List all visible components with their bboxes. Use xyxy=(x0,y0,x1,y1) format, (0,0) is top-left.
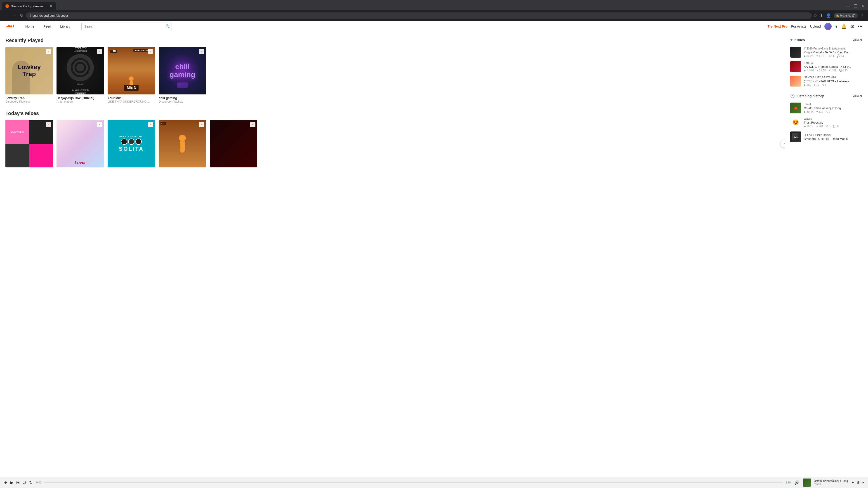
plays-stat-karol: ▶ 1.48M xyxy=(804,69,814,72)
svg-rect-3 xyxy=(183,85,185,86)
todays-mixes-title: Today's Mixes xyxy=(5,110,785,116)
history-view-all[interactable]: View all xyxy=(852,94,863,98)
player-progress: 0:00 2:39 xyxy=(36,481,791,484)
track-artist-purge: © 2020 Purge Gang Entertainment xyxy=(804,47,863,50)
sidebar-history-mikoll[interactable]: 🍁 mikoll Ostatni dzień wakacji z Tobą ▶ … xyxy=(790,101,863,115)
profile-icon[interactable]: 👤 xyxy=(826,13,831,18)
search-icon[interactable]: 🔍 xyxy=(165,24,170,29)
close-window-button[interactable]: ✕ xyxy=(861,4,864,8)
nav-feed[interactable]: Feed xyxy=(40,23,55,30)
download-icon[interactable]: ⬇ xyxy=(820,13,823,18)
card-soundcloud-badge-mix3: ≋ xyxy=(148,49,153,54)
todays-mixes-next-button[interactable]: › xyxy=(780,140,785,148)
player-track-title: Ostatni dzień wakacji z Tobą xyxy=(814,480,848,483)
card-sub-mix3: LIKE THAT UNDERGROUND ... xyxy=(107,100,155,103)
track-info-nektar: NEKTAR.UFO.BEATS.816 (FREE) NEKTAR.UFO! … xyxy=(804,76,863,87)
search-input[interactable] xyxy=(81,23,172,30)
player-next-button[interactable]: ⏭ xyxy=(16,480,20,485)
notifications-icon[interactable]: 🔔 xyxy=(841,24,847,29)
sidebar-history-djlex[interactable]: DJL Dj LeX & Ciske Official Brasbère Ft.… xyxy=(790,130,863,144)
player-track-thumb xyxy=(803,479,811,487)
maximize-button[interactable]: ❐ xyxy=(854,4,857,8)
player-add-to-next-icon[interactable]: ⊕ xyxy=(857,480,860,485)
minimize-button[interactable]: — xyxy=(846,4,850,8)
recently-played-cards: LowkeyTrap ≋ Lowkey Trap Discovery Playl… xyxy=(5,47,785,103)
sidebar-history-wavey[interactable]: 😍 Wavey Trust Freestyle ▶ 29.1K ♥ 281 ⟲ … xyxy=(790,115,863,130)
card-overlay-2: ≋ xyxy=(97,122,102,127)
player-track-artist: mikoll xyxy=(814,483,848,486)
upload-button[interactable]: Upload xyxy=(810,24,821,28)
extensions-icon[interactable]: ⋮ xyxy=(860,13,864,18)
heart-icon: ♥ xyxy=(790,37,793,42)
sidebar-track-purge[interactable]: © 2020 Purge Gang Entertainment King K G… xyxy=(790,45,863,59)
window-controls: — ❐ ✕ xyxy=(844,2,866,10)
track-info-djlex2: Dj LeX & Ciske Official Brasbère Ft. Dj … xyxy=(804,133,863,140)
player-repeat-button[interactable]: ↻ xyxy=(29,480,33,485)
soundcloud-mini-icon-2: ≋ xyxy=(97,49,102,54)
progress-bar[interactable] xyxy=(44,482,782,483)
nav-home[interactable]: Home xyxy=(22,23,38,30)
main-nav: Home Feed Library xyxy=(22,23,74,30)
reload-button[interactable]: ↻ xyxy=(19,12,24,19)
try-next-pro-button[interactable]: Try Next Pro xyxy=(768,24,787,28)
ltu-badge: LTU xyxy=(110,50,117,53)
new-tab-button[interactable]: + xyxy=(57,3,63,10)
nav-library[interactable]: Library xyxy=(57,23,74,30)
todays-mix-card-3[interactable]: HEAR THE MUSIC SOLITA ≋ xyxy=(107,120,155,167)
todays-mix-card-4[interactable]: LTU ≋ xyxy=(159,120,206,167)
history-header: 🕐 Listening history View all xyxy=(790,94,863,98)
messages-icon[interactable]: ✉ xyxy=(850,24,854,29)
tab-close-button[interactable]: ✕ xyxy=(50,4,53,8)
player-right-controls: ♥ ⊕ ≡ xyxy=(852,480,864,485)
card-title-mix3: Your Mix 3 xyxy=(107,96,155,100)
card-soundcloud-badge-lowkey: ≋ xyxy=(46,49,51,54)
sidebar-track-nektar[interactable]: NEKTAR.UFO.BEATS.816 (FREE) NEKTAR.UFO! … xyxy=(790,74,863,88)
player-volume-icon[interactable]: 🔊 xyxy=(794,480,799,485)
track-stats-wavey: ▶ 29.1K ♥ 281 ⟲ 6 💬 6 xyxy=(804,125,863,128)
player-queue-icon[interactable]: ≡ xyxy=(862,481,864,485)
player-prev-button[interactable]: ⏮ xyxy=(4,480,8,485)
user-avatar[interactable] xyxy=(825,23,832,30)
soundcloud-mini-icon-3: ≋ xyxy=(148,49,153,54)
lowkey-trap-text: LowkeyTrap xyxy=(18,64,41,78)
player-like-icon[interactable]: ♥ xyxy=(852,481,854,485)
tab-title: Discover the top streamed mus... xyxy=(11,4,48,8)
back-button[interactable]: ← xyxy=(4,12,9,19)
address-bar[interactable]: ℹ soundcloud.com/discover xyxy=(26,12,812,19)
card-djgijs[interactable]: Deejay-Gijs Cox (Official) gijscox DJ LE… xyxy=(57,47,104,103)
current-time: 0:00 xyxy=(36,481,41,484)
player-shuffle-button[interactable]: ⇄ xyxy=(23,480,26,485)
card-lowkey-trap[interactable]: LowkeyTrap ≋ Lowkey Trap Discovery Playl… xyxy=(5,47,53,103)
card-thumb-chill: chillgaming ≋ xyxy=(159,47,206,94)
player-controls: ⏮ ▶ ⏭ ⇄ ↻ xyxy=(4,480,33,485)
active-tab[interactable]: Discover the top streamed mus... ✕ xyxy=(2,2,56,10)
track-stats-karol: ▶ 1.48M ♥ 21.5K ⟲ 429 💬 293 xyxy=(804,69,863,72)
likes-view-all[interactable]: View all xyxy=(852,38,863,41)
track-info-purge: © 2020 Purge Gang Entertainment King K G… xyxy=(804,47,863,58)
likes-section: ♥ 5 likes View all © 2020 Purge Gang Ent… xyxy=(790,37,863,88)
card-your-mix-3[interactable]: LTU Mix 3 TONY H & SNAVE xyxy=(107,47,155,103)
card-overlay-5: ≋ xyxy=(250,122,255,127)
soundcloud-logo-icon xyxy=(5,24,14,29)
forward-button[interactable]: → xyxy=(11,12,17,19)
todays-mix-card-2[interactable]: Lover ≋ xyxy=(57,120,104,167)
likes-stat-mikoll: ♥ 112 xyxy=(816,110,823,113)
track-title-purge: King K Global x Te Dai' x Yung De... xyxy=(804,51,863,54)
todays-mix-card-1[interactable]: LIL WAYNE IV ≋ xyxy=(5,120,53,167)
sidebar-track-karol[interactable]: Karol G KAROL G, Romeo Santos - X SI V..… xyxy=(790,59,863,74)
for-artists-link[interactable]: For Artists xyxy=(791,24,807,28)
todays-mix-card-5[interactable]: ≋ xyxy=(210,120,257,167)
soundcloud-logo[interactable] xyxy=(5,24,14,29)
search-wrap: 🔍 xyxy=(81,23,172,30)
card-chill-gaming[interactable]: chillgaming ≋ chill gaming Discovery Pla… xyxy=(159,47,206,103)
card-sub-lowkey: Discovery Playlists xyxy=(5,100,53,103)
mix3-label: Mix 3 xyxy=(124,85,138,91)
total-time: 2:39 xyxy=(785,481,791,484)
more-options-icon[interactable]: ••• xyxy=(858,24,863,29)
incognito-label: Incognito (2) xyxy=(840,14,855,17)
incognito-badge[interactable]: 🕵 Incognito (2) xyxy=(834,13,858,18)
bookmark-icon[interactable]: ☆ xyxy=(813,13,817,18)
chevron-down-icon[interactable]: ▾ xyxy=(835,24,837,29)
player-play-button[interactable]: ▶ xyxy=(10,480,13,485)
soundcloud-mini-icon-4: ≋ xyxy=(199,49,204,54)
